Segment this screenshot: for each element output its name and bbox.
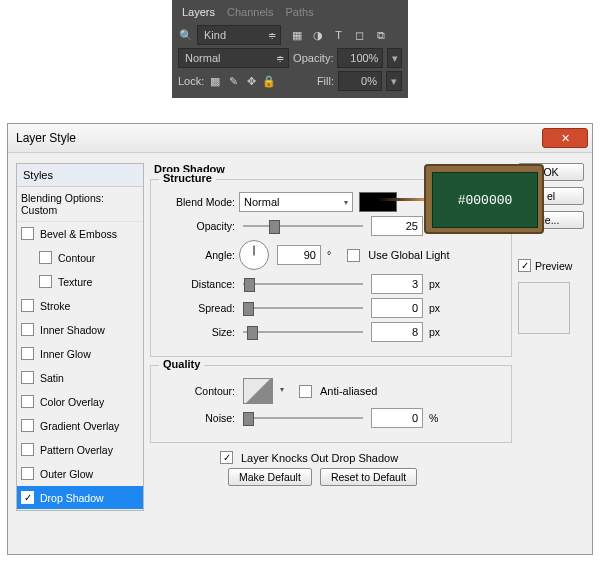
opacity-label: Opacity:: [293, 52, 333, 64]
color-callout-value: #000000: [432, 172, 538, 228]
style-checkbox[interactable]: [21, 347, 34, 360]
size-unit: px: [429, 326, 440, 338]
noise-label: Noise:: [161, 412, 235, 424]
style-checkbox[interactable]: [21, 395, 34, 408]
distance-slider[interactable]: [243, 276, 363, 292]
noise-input[interactable]: 0: [371, 408, 423, 428]
tab-paths[interactable]: Paths: [286, 6, 314, 18]
style-row-gradient-overlay[interactable]: Gradient Overlay: [17, 414, 143, 438]
style-checkbox[interactable]: [21, 467, 34, 480]
styles-heading[interactable]: Styles: [17, 164, 143, 187]
opacity-value[interactable]: 100%: [337, 48, 383, 68]
style-checkbox[interactable]: [21, 491, 34, 504]
antialiased-label: Anti-aliased: [320, 385, 377, 397]
spread-input[interactable]: 0: [371, 298, 423, 318]
quality-group: Quality Contour: Anti-aliased Noise: 0 %: [150, 365, 512, 443]
style-checkbox[interactable]: [21, 323, 34, 336]
style-checkbox[interactable]: [21, 443, 34, 456]
color-callout: #000000: [424, 164, 544, 234]
shape-filter-icon[interactable]: ◻: [352, 28, 367, 43]
style-row-label: Satin: [40, 372, 64, 384]
distance-label: Distance:: [161, 278, 235, 290]
style-checkbox[interactable]: [21, 227, 34, 240]
tab-layers[interactable]: Layers: [182, 6, 215, 18]
style-row-stroke[interactable]: Stroke: [17, 294, 143, 318]
fill-arrow[interactable]: ▾: [386, 71, 402, 91]
adjustment-filter-icon[interactable]: ◑: [310, 28, 325, 43]
quality-label: Quality: [159, 358, 204, 370]
close-icon: ✕: [561, 132, 570, 145]
reset-default-button[interactable]: Reset to Default: [320, 468, 417, 486]
style-row-label: Color Overlay: [40, 396, 104, 408]
blending-options-row[interactable]: Blending Options: Custom: [17, 187, 143, 222]
knockout-label: Layer Knocks Out Drop Shadow: [241, 452, 398, 464]
blend-mode-dropdown[interactable]: Normal: [239, 192, 353, 212]
type-filter-icon[interactable]: T: [331, 28, 346, 43]
smart-filter-icon[interactable]: ⧉: [373, 28, 388, 43]
size-input[interactable]: 8: [371, 322, 423, 342]
close-button[interactable]: ✕: [542, 128, 588, 148]
tab-channels[interactable]: Channels: [227, 6, 273, 18]
fill-value[interactable]: 0%: [338, 71, 382, 91]
callout-connector: [378, 198, 424, 201]
angle-unit: °: [327, 249, 331, 261]
style-row-inner-glow[interactable]: Inner Glow: [17, 342, 143, 366]
style-row-inner-shadow[interactable]: Inner Shadow: [17, 318, 143, 342]
style-row-label: Texture: [58, 276, 92, 288]
lock-move-icon[interactable]: ✥: [244, 74, 258, 88]
titlebar[interactable]: Layer Style ✕: [8, 124, 592, 153]
shadow-color-swatch[interactable]: [359, 192, 397, 212]
style-checkbox[interactable]: [21, 299, 34, 312]
style-row-label: Bevel & Emboss: [40, 228, 117, 240]
lock-transparent-icon[interactable]: ▩: [208, 74, 222, 88]
spread-slider[interactable]: [243, 300, 363, 316]
style-row-label: Gradient Overlay: [40, 420, 119, 432]
style-row-contour[interactable]: Contour: [17, 246, 143, 270]
fill-label: Fill:: [317, 75, 334, 87]
preview-checkbox[interactable]: [518, 259, 531, 272]
distance-input[interactable]: 3: [371, 274, 423, 294]
style-row-label: Pattern Overlay: [40, 444, 113, 456]
opacity-arrow[interactable]: ▾: [387, 48, 402, 68]
antialiased-checkbox[interactable]: [299, 385, 312, 398]
knockout-checkbox[interactable]: [220, 451, 233, 464]
style-checkbox[interactable]: [21, 419, 34, 432]
spread-label: Spread:: [161, 302, 235, 314]
style-row-drop-shadow[interactable]: Drop Shadow: [17, 486, 143, 510]
style-checkbox[interactable]: [39, 251, 52, 264]
preview-label: Preview: [535, 260, 572, 272]
blend-mode-select[interactable]: Normal: [178, 48, 289, 68]
opacity-setting-label: Opacity:: [161, 220, 235, 232]
layers-panel: Layers Channels Paths 🔍 Kind ▦ ◑ T ◻ ⧉ N…: [172, 0, 408, 98]
style-row-texture[interactable]: Texture: [17, 270, 143, 294]
style-checkbox[interactable]: [21, 371, 34, 384]
opacity-slider[interactable]: [243, 218, 363, 234]
style-checkbox[interactable]: [39, 275, 52, 288]
use-global-light-label: Use Global Light: [368, 249, 449, 261]
opacity-input[interactable]: 25: [371, 216, 423, 236]
style-row-outer-glow[interactable]: Outer Glow: [17, 462, 143, 486]
filter-kind-select[interactable]: Kind: [197, 25, 281, 45]
dialog-title: Layer Style: [8, 131, 76, 145]
angle-input[interactable]: 90: [277, 245, 321, 265]
lock-paint-icon[interactable]: ✎: [226, 74, 240, 88]
angle-label: Angle:: [161, 249, 235, 261]
search-icon: 🔍: [178, 28, 193, 43]
use-global-light-checkbox[interactable]: [347, 249, 360, 262]
angle-dial[interactable]: [239, 240, 269, 270]
lock-label: Lock:: [178, 75, 204, 87]
size-slider[interactable]: [243, 324, 363, 340]
style-row-color-overlay[interactable]: Color Overlay: [17, 390, 143, 414]
panel-tabs: Layers Channels Paths: [176, 4, 404, 22]
preview-row: Preview: [518, 259, 584, 272]
style-row-label: Contour: [58, 252, 95, 264]
make-default-button[interactable]: Make Default: [228, 468, 312, 486]
style-row-pattern-overlay[interactable]: Pattern Overlay: [17, 438, 143, 462]
style-row-bevel-emboss[interactable]: Bevel & Emboss: [17, 222, 143, 246]
lock-all-icon[interactable]: 🔒: [262, 74, 276, 88]
pixel-filter-icon[interactable]: ▦: [289, 28, 304, 43]
noise-slider[interactable]: [243, 410, 363, 426]
style-row-satin[interactable]: Satin: [17, 366, 143, 390]
contour-label: Contour:: [161, 385, 235, 397]
contour-picker[interactable]: [243, 378, 273, 404]
